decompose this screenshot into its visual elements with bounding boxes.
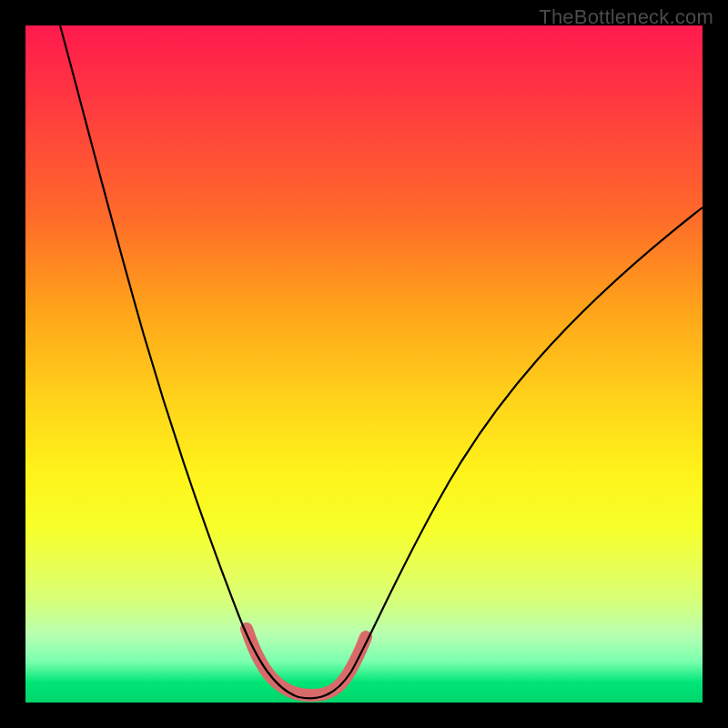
watermark-label: TheBottleneck.com xyxy=(539,5,713,29)
bottleneck-highlight xyxy=(247,629,366,695)
chart-svg xyxy=(25,25,703,703)
bottleneck-curve xyxy=(60,25,703,698)
chart-frame: TheBottleneck.com xyxy=(0,0,728,728)
chart-plot-area xyxy=(25,25,703,703)
